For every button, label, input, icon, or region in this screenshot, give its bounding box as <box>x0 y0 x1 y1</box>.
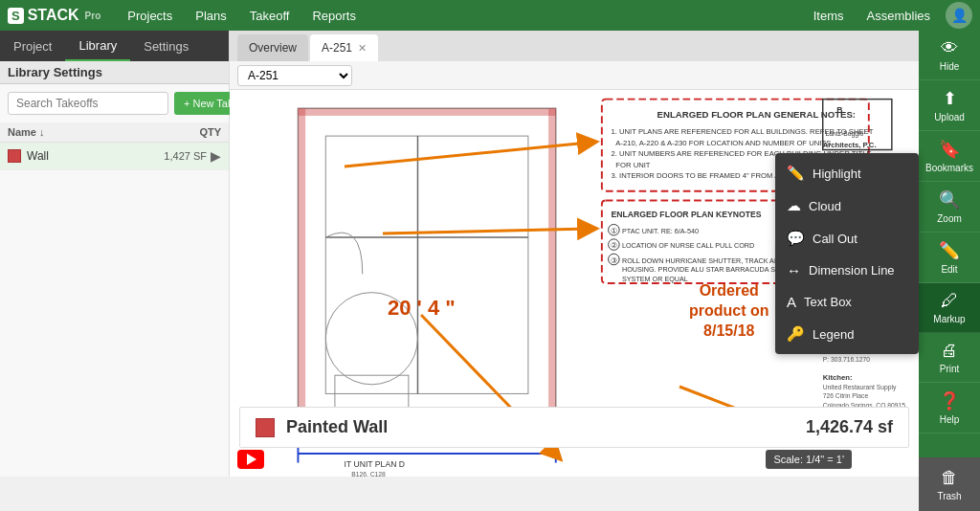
callout-label: Call Out <box>813 232 858 246</box>
svg-text:FOR UNIT: FOR UNIT <box>615 161 651 169</box>
highlight-label: Highlight <box>813 167 861 181</box>
svg-text:B126, C128: B126, C128 <box>351 471 386 477</box>
sidebar-tab-settings[interactable]: Settings <box>130 31 202 61</box>
upload-label: Upload <box>934 112 965 122</box>
svg-text:LOCATION OF NURSE CALL PULL CO: LOCATION OF NURSE CALL PULL CORD <box>622 241 754 250</box>
trash-button[interactable]: 🗑 Trash <box>919 457 980 511</box>
tab-bar: Overview A-251 ✕ <box>230 31 919 61</box>
app-plan: Pro <box>85 11 101 21</box>
top-navigation: S STACK Pro Projects Plans Takeoff Repor… <box>0 0 980 31</box>
markup-text-box[interactable]: A Text Box <box>775 286 919 318</box>
svg-text:PTAC UNIT. RE: 6/A-540: PTAC UNIT. RE: 6/A-540 <box>622 227 699 235</box>
svg-text:Lantz-Boggio: Lantz-Boggio <box>826 130 864 138</box>
print-tool[interactable]: 🖨 Print <box>919 333 980 383</box>
svg-text:United Restaurant Supply: United Restaurant Supply <box>823 384 897 391</box>
hide-label: Hide <box>940 61 960 72</box>
nav-plans[interactable]: Plans <box>184 0 238 31</box>
markup-label: Markup <box>933 314 965 324</box>
svg-rect-0 <box>298 108 555 431</box>
sheet-selector[interactable]: A-251 <box>237 65 352 86</box>
cloud-label: Cloud <box>809 199 841 213</box>
nav-assemblies[interactable]: Assemblies <box>859 9 938 23</box>
markup-highlight[interactable]: ✏️ Highlight <box>775 157 919 189</box>
scale-indicator: Scale: 1/4" = 1' <box>766 450 852 469</box>
youtube-icon[interactable] <box>237 450 264 469</box>
sidebar-tabs: Project Library Settings <box>0 31 229 61</box>
nav-items[interactable]: Items <box>806 9 852 23</box>
row-arrow-icon: ▶ <box>211 148 221 164</box>
callout-icon: 💬 <box>787 230 805 247</box>
svg-text:①: ① <box>611 227 617 235</box>
edit-tool[interactable]: ✏️ Edit <box>919 233 980 283</box>
svg-text:Architects, P.C.: Architects, P.C. <box>823 141 877 149</box>
table-header: Name ↓ QTY <box>0 122 229 143</box>
svg-rect-2 <box>298 108 555 116</box>
hide-icon: 👁 <box>941 38 958 58</box>
svg-text:ROLL DOWN HURRICANE SHUTTER, T: ROLL DOWN HURRICANE SHUTTER, TRACK AND <box>622 256 784 265</box>
svg-text:SYSTEM OR EQUAL: SYSTEM OR EQUAL <box>622 275 688 283</box>
tab-a251[interactable]: A-251 ✕ <box>310 34 378 61</box>
hide-tool[interactable]: 👁 Hide <box>919 31 980 80</box>
help-icon: ❓ <box>939 390 960 411</box>
svg-text:726 Citrin Place: 726 Citrin Place <box>823 392 869 399</box>
bookmarks-icon: 🔖 <box>939 139 960 160</box>
markup-cloud[interactable]: ☁ Cloud <box>775 189 919 222</box>
svg-text:②: ② <box>611 241 617 250</box>
markup-dropdown: ✏️ Highlight ☁ Cloud 💬 Call Out ↔ Dimens… <box>775 153 919 354</box>
user-avatar[interactable]: 👤 <box>946 2 972 29</box>
nav-reports[interactable]: Reports <box>301 0 368 31</box>
sheet-toolbar: A-251 <box>230 61 919 90</box>
wall-label-swatch <box>256 418 275 437</box>
wall-row[interactable]: Wall 1,427 SF ▶ <box>0 143 229 170</box>
left-sidebar: Project Library Settings Library Setting… <box>0 31 230 477</box>
right-navigation: Items Assemblies 👤 <box>806 2 972 29</box>
trash-icon: 🗑 <box>941 468 958 488</box>
library-settings-title: Library Settings <box>0 61 229 84</box>
zoom-tool[interactable]: 🔍 Zoom <box>919 182 980 233</box>
search-input[interactable] <box>8 92 168 115</box>
markup-tool[interactable]: 🖊 Markup <box>919 283 980 333</box>
text-box-icon: A <box>787 294 796 310</box>
youtube-play-icon <box>247 454 256 465</box>
zoom-icon: 🔍 <box>939 189 960 211</box>
highlight-icon: ✏️ <box>787 165 805 182</box>
tab-close-icon[interactable]: ✕ <box>358 42 367 55</box>
search-bar: + New Takeoff <box>0 84 229 122</box>
tab-overview[interactable]: Overview <box>237 34 308 61</box>
trash-label: Trash <box>937 491 961 501</box>
dimension-line-icon: ↔ <box>787 262 801 278</box>
markup-callout[interactable]: 💬 Call Out <box>775 222 919 255</box>
nav-projects[interactable]: Projects <box>116 0 184 31</box>
edit-icon: ✏️ <box>939 240 960 261</box>
nav-takeoff[interactable]: Takeoff <box>238 0 301 31</box>
wall-label-name: Painted Wall <box>286 417 794 437</box>
upload-icon: ⬆ <box>943 88 957 109</box>
svg-rect-3 <box>298 108 305 431</box>
svg-text:B: B <box>836 105 842 115</box>
bookmarks-tool[interactable]: 🔖 Bookmarks <box>919 131 980 182</box>
svg-text:P: 303.716.1270: P: 303.716.1270 <box>823 356 871 363</box>
tab-overview-label: Overview <box>249 41 297 55</box>
markup-icon: 🖊 <box>941 291 958 311</box>
svg-rect-4 <box>548 108 556 431</box>
sidebar-tab-project[interactable]: Project <box>0 31 65 61</box>
wall-color-swatch <box>8 149 21 163</box>
sidebar-tab-library[interactable]: Library <box>65 31 130 61</box>
wall-qty: 1,427 SF <box>164 150 207 162</box>
qty-column-header: QTY <box>164 126 221 138</box>
wall-name: Wall <box>27 149 164 163</box>
bookmarks-label: Bookmarks <box>925 163 973 173</box>
svg-rect-1 <box>325 136 528 393</box>
cloud-icon: ☁ <box>787 197 801 214</box>
upload-tool[interactable]: ⬆ Upload <box>919 80 980 131</box>
help-tool[interactable]: ❓ Help <box>919 383 980 433</box>
dimension-line-label: Dimension Line <box>809 263 895 278</box>
app-logo[interactable]: S STACK Pro <box>8 7 100 24</box>
name-column-header: Name ↓ <box>8 126 164 138</box>
text-box-label: Text Box <box>804 295 852 309</box>
main-nav: Projects Plans Takeoff Reports <box>116 0 368 31</box>
markup-dimension-line[interactable]: ↔ Dimension Line <box>775 255 919 286</box>
markup-legend[interactable]: 🔑 Legend <box>775 318 919 350</box>
svg-text:Kitchen:: Kitchen: <box>823 373 853 382</box>
svg-text:IT UNIT PLAN D: IT UNIT PLAN D <box>345 459 406 469</box>
